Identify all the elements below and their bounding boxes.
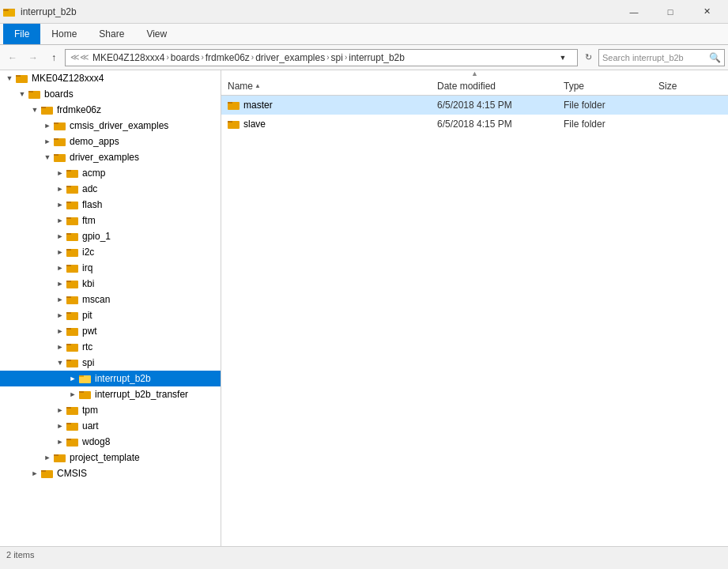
address-bar[interactable]: ≪≪ MKE04Z128xxx4 › boards › frdmke06z › … <box>65 49 578 66</box>
tab-home[interactable]: Home <box>40 24 88 44</box>
col-header-type[interactable]: Type <box>564 81 658 92</box>
svg-rect-53 <box>54 454 58 456</box>
tab-file[interactable]: File <box>3 24 40 44</box>
folder-icon-ftm <box>66 215 79 226</box>
tree-item-acmp[interactable]: ► acmp <box>0 165 221 181</box>
expand-demo-apps[interactable]: ► <box>41 135 54 148</box>
tree-item-kbi[interactable]: ► kbi <box>0 276 221 292</box>
tree-item-driver-examples[interactable]: ▼ driver_examples <box>0 149 221 165</box>
address-dropdown-button[interactable]: ▼ <box>553 49 572 66</box>
back-button[interactable]: ← <box>3 48 22 67</box>
expand-uart[interactable]: ► <box>54 420 66 432</box>
tree-item-project-template[interactable]: ► project_template <box>0 450 221 465</box>
folder-icon-interrupt-b2b <box>79 373 92 384</box>
expand-mke04[interactable]: ▼ <box>3 72 16 85</box>
tree-item-i2c[interactable]: ► i2c <box>0 244 221 260</box>
folder-icon-adc <box>66 183 79 194</box>
expand-project-template[interactable]: ► <box>41 451 54 464</box>
col-header-size[interactable]: Size <box>658 81 722 92</box>
up-button[interactable]: ↑ <box>44 48 63 67</box>
svg-rect-47 <box>66 407 71 409</box>
tree-item-adc[interactable]: ► adc <box>0 181 221 197</box>
tree-item-interrupt-b2b[interactable]: ► interrupt_b2b <box>0 371 221 386</box>
svg-rect-11 <box>54 122 58 124</box>
tree-item-irq[interactable]: ► irq <box>0 260 221 276</box>
folder-icon-uart <box>66 420 79 431</box>
expand-kbi[interactable]: ► <box>54 277 66 290</box>
expand-spi[interactable]: ▼ <box>54 356 66 369</box>
tree-item-cmsis-driver[interactable]: ► cmsis_driver_examples <box>0 118 221 134</box>
tree-item-wdog8[interactable]: ► wdog8 <box>0 434 221 450</box>
address-item-frdmke06z[interactable]: frdmke06z <box>206 52 250 63</box>
svg-rect-5 <box>16 75 21 77</box>
expand-mscan[interactable]: ► <box>54 293 66 306</box>
expand-adc[interactable]: ► <box>54 183 66 195</box>
folder-icon-wdog8 <box>66 436 79 447</box>
tree-item-cmsis[interactable]: ► CMSIS <box>0 465 221 481</box>
tree-item-mscan[interactable]: ► mscan <box>0 292 221 307</box>
expand-frdmke06z[interactable]: ▼ <box>28 104 41 116</box>
address-item-spi[interactable]: spi <box>331 52 343 63</box>
expand-cmsis-driver[interactable]: ► <box>41 119 54 132</box>
expand-driver-examples[interactable]: ▼ <box>41 151 54 164</box>
tree-item-demo-apps[interactable]: ► demo_apps <box>0 134 221 149</box>
expand-tpm[interactable]: ► <box>54 404 66 416</box>
tree-item-uart[interactable]: ► uart <box>0 418 221 434</box>
expand-rtc[interactable]: ► <box>54 341 66 353</box>
folder-icon-tpm <box>66 405 79 416</box>
expand-interrupt-b2b-transfer[interactable]: ► <box>66 388 79 401</box>
expand-flash[interactable]: ► <box>54 198 66 211</box>
tree-item-flash[interactable]: ► flash <box>0 197 221 213</box>
folder-icon-demo-apps <box>54 136 66 147</box>
expand-ftm[interactable]: ► <box>54 214 66 227</box>
expand-cmsis[interactable]: ► <box>28 467 41 480</box>
tree-item-rtc[interactable]: ► rtc <box>0 339 221 355</box>
expand-pwt[interactable]: ► <box>54 325 66 337</box>
tree-item-pwt[interactable]: ► pwt <box>0 323 221 339</box>
expand-interrupt-b2b[interactable]: ► <box>66 372 79 385</box>
file-row-master[interactable]: master 6/5/2018 4:15 PM File folder <box>221 96 728 115</box>
close-button[interactable]: ✕ <box>688 0 725 24</box>
expand-irq[interactable]: ► <box>54 262 66 274</box>
tab-share[interactable]: Share <box>88 24 135 44</box>
expand-i2c[interactable]: ► <box>54 246 66 258</box>
file-row-slave[interactable]: slave 6/5/2018 4:15 PM File folder <box>221 115 728 134</box>
tree-item-mke04[interactable]: ▼ MKE04Z128xxx4 <box>0 70 221 86</box>
tree-label-kbi: kbi <box>82 278 94 289</box>
tab-view[interactable]: View <box>135 24 178 44</box>
expand-gpio1[interactable]: ► <box>54 230 66 243</box>
folder-icon-acmp <box>66 168 79 179</box>
tree-item-pit[interactable]: ► pit <box>0 307 221 323</box>
col-header-date[interactable]: Date modified <box>437 81 564 92</box>
tree-item-ftm[interactable]: ► ftm <box>0 213 221 228</box>
expand-pit[interactable]: ► <box>54 309 66 322</box>
refresh-button[interactable]: ↻ <box>579 49 597 66</box>
tree-item-interrupt-b2b-transfer[interactable]: ► interrupt_b2b_transfer <box>0 386 221 402</box>
title-bar: interrupt_b2b — □ ✕ <box>0 0 728 24</box>
svg-rect-41 <box>66 360 71 361</box>
forward-button[interactable]: → <box>24 48 43 67</box>
search-box[interactable]: Search interrupt_b2b 🔍 <box>598 49 725 66</box>
tree-item-gpio1[interactable]: ► gpio_1 <box>0 228 221 244</box>
address-item-driver-examples[interactable]: driver_examples <box>255 52 325 63</box>
expand-boards[interactable]: ▼ <box>16 88 28 100</box>
tree-item-frdmke06z[interactable]: ▼ frdmke06z <box>0 102 221 118</box>
address-item-boards[interactable]: boards <box>171 52 200 63</box>
col-header-name[interactable]: Name ▲ <box>228 81 437 92</box>
column-headers: Name ▲ Date modified Type Size <box>221 77 728 96</box>
folder-icon-mke04 <box>16 73 28 84</box>
tree-item-tpm[interactable]: ► tpm <box>0 402 221 418</box>
tree-label-interrupt-b2b-transfer: interrupt_b2b_transfer <box>95 389 188 400</box>
address-item-mke04[interactable]: MKE04Z128xxx4 <box>92 52 164 63</box>
svg-rect-59 <box>228 121 232 122</box>
expand-acmp[interactable]: ► <box>54 167 66 179</box>
maximize-button[interactable]: □ <box>652 0 688 24</box>
minimize-button[interactable]: — <box>616 0 652 24</box>
address-item-interrupt-b2b[interactable]: interrupt_b2b <box>349 52 405 63</box>
tree-item-boards[interactable]: ▼ boards <box>0 86 221 102</box>
sort-arrow: ▲ <box>255 82 261 89</box>
file-date-master: 6/5/2018 4:15 PM <box>437 100 564 111</box>
svg-rect-51 <box>66 439 71 440</box>
expand-wdog8[interactable]: ► <box>54 435 66 448</box>
tree-item-spi[interactable]: ▼ spi <box>0 355 221 371</box>
